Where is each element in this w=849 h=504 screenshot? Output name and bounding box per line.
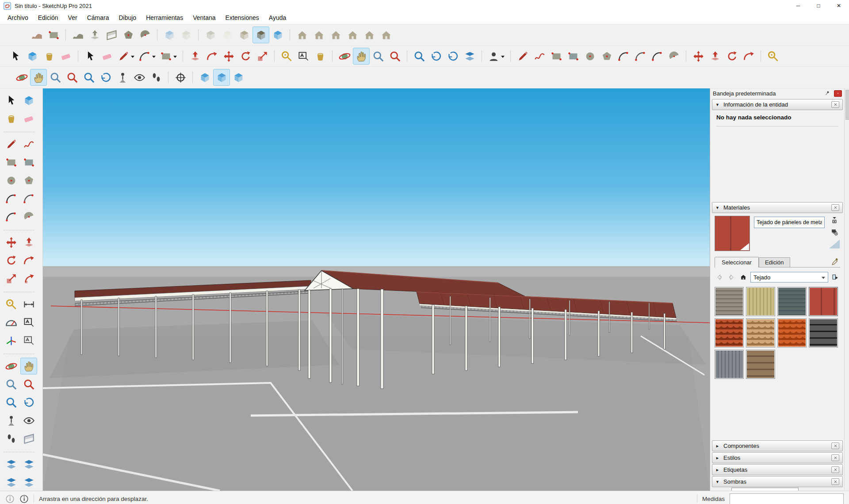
paint-bucket-tool-2[interactable] <box>312 48 329 65</box>
tape-measure-l[interactable] <box>3 296 19 313</box>
pan-tool-cam[interactable] <box>30 69 47 86</box>
look-around-l[interactable] <box>20 412 37 429</box>
user-account[interactable] <box>486 48 507 65</box>
three-point-arc-l[interactable] <box>3 208 19 225</box>
style-monochrome[interactable] <box>269 27 286 43</box>
look-around[interactable] <box>131 69 148 86</box>
arc-tool[interactable] <box>137 48 158 65</box>
view-right[interactable] <box>344 27 361 43</box>
move-tool[interactable] <box>220 48 237 65</box>
secondary-pane-button[interactable] <box>830 216 839 225</box>
3d-text-l[interactable] <box>20 332 37 349</box>
section-estilos[interactable]: ► Estilos <box>712 452 843 463</box>
zoom-window-l[interactable] <box>20 376 37 393</box>
zoom-tool[interactable] <box>370 48 386 65</box>
select-tool-l[interactable] <box>3 92 19 109</box>
tab-seleccionar[interactable]: Seleccionar <box>715 257 759 267</box>
menu-item[interactable]: Dibujo <box>114 12 141 23</box>
section-header-entity-info[interactable]: ▼ Información de la entidad <box>712 99 843 110</box>
follow-me-tool-2[interactable] <box>740 48 757 65</box>
style-wireframe[interactable] <box>202 27 219 43</box>
in-model-button[interactable] <box>738 273 748 282</box>
push-pull-l[interactable] <box>20 234 37 251</box>
rotate-tool-2[interactable] <box>723 48 740 65</box>
make-component-l[interactable] <box>20 92 37 109</box>
pie-tool[interactable] <box>665 48 682 65</box>
section-display-planes[interactable] <box>3 456 19 473</box>
eraser-l[interactable] <box>20 110 37 127</box>
push-pull-tool[interactable] <box>187 48 203 65</box>
text-l[interactable] <box>20 314 37 331</box>
camera-target[interactable] <box>172 69 189 86</box>
section-close-button[interactable] <box>831 101 839 108</box>
view-front[interactable] <box>327 27 344 43</box>
select-tool[interactable] <box>7 48 24 65</box>
swatch-orange-scalloped-tile[interactable] <box>777 318 807 347</box>
swatch-rounded-shingles[interactable] <box>746 318 775 347</box>
view-perspective[interactable] <box>213 69 230 86</box>
swatch-brown-shakes[interactable] <box>746 350 775 379</box>
section-header-sombras[interactable]: ▼ Sombras <box>712 476 843 487</box>
two-point-arc-l[interactable] <box>20 190 37 207</box>
add-detail-tool[interactable] <box>120 27 137 43</box>
protractor-l[interactable] <box>3 314 19 331</box>
forward-button[interactable] <box>727 273 736 282</box>
zoom-l[interactable] <box>3 376 19 393</box>
freehand-l[interactable] <box>20 136 37 153</box>
collection-dropdown[interactable]: Tejado <box>750 272 828 283</box>
menu-item[interactable]: Ventana <box>188 12 220 23</box>
smoove-tool[interactable] <box>69 27 86 43</box>
paint-bucket-tool[interactable] <box>41 48 57 65</box>
swatch-gray-shingles[interactable] <box>715 287 744 316</box>
two-point-arc-tool[interactable] <box>632 48 649 65</box>
style-shaded-textures[interactable] <box>252 27 269 43</box>
view-next[interactable] <box>444 48 461 65</box>
rotated-rectangle-l[interactable] <box>20 154 37 171</box>
pin-icon[interactable] <box>823 90 831 97</box>
back-button[interactable] <box>715 273 724 282</box>
arc-l[interactable] <box>3 190 19 207</box>
polygon-tool[interactable] <box>598 48 615 65</box>
move-l[interactable] <box>3 234 19 251</box>
style-back-edges[interactable] <box>178 27 195 43</box>
zoom-window-cam[interactable] <box>64 69 80 86</box>
tab-edicion[interactable]: Edición <box>759 257 790 267</box>
arc-tool-2[interactable] <box>615 48 632 65</box>
minimize-button[interactable]: ─ <box>788 0 808 11</box>
freehand-tool[interactable] <box>531 48 548 65</box>
menu-item[interactable]: Ayuda <box>264 12 291 23</box>
swatch-tan-shakes[interactable] <box>746 287 775 316</box>
details-button[interactable] <box>830 273 840 282</box>
section-plane-l[interactable] <box>20 430 37 447</box>
menu-item[interactable]: Ver <box>63 12 82 23</box>
move-tool-2[interactable] <box>690 48 707 65</box>
zoom-extents-l[interactable] <box>3 394 19 411</box>
text-tool[interactable] <box>295 48 312 65</box>
zoom-extents[interactable] <box>411 48 428 65</box>
sandbox-from-contours[interactable] <box>28 27 45 43</box>
view-parallel[interactable] <box>196 69 213 86</box>
eraser-tool-2[interactable] <box>99 48 115 65</box>
style-shaded[interactable] <box>236 27 252 43</box>
swatch-spanish-tile[interactable] <box>715 318 744 347</box>
tape-measure-tool[interactable] <box>278 48 295 65</box>
position-camera[interactable] <box>114 69 131 86</box>
rotated-rectangle-tool[interactable] <box>565 48 581 65</box>
line-tool[interactable] <box>115 48 137 65</box>
menu-item[interactable]: Herramientas <box>141 12 188 23</box>
swatch-red-metal-panels[interactable] <box>809 287 838 316</box>
drape-tool[interactable] <box>103 27 120 43</box>
position-camera-l[interactable] <box>3 412 19 429</box>
style-xray[interactable] <box>161 27 178 43</box>
tray-close-button[interactable] <box>834 90 842 97</box>
scrollbar-thumb[interactable] <box>845 90 849 120</box>
orbit-tool[interactable] <box>336 48 353 65</box>
view-back[interactable] <box>361 27 378 43</box>
orbit-l[interactable] <box>3 358 19 374</box>
walk-tool[interactable] <box>148 69 164 86</box>
material-name-input[interactable] <box>754 217 825 228</box>
create-material-button[interactable] <box>830 228 839 237</box>
line-tool-2[interactable] <box>514 48 531 65</box>
view-iso[interactable] <box>294 27 310 43</box>
viewport-3d[interactable] <box>42 88 710 491</box>
